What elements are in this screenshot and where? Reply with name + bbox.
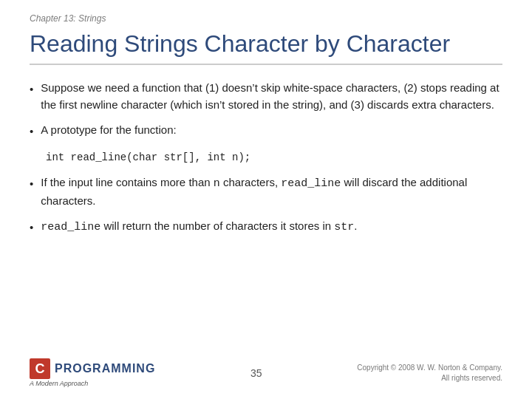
- bullet-item-4: • read_line will return the number of ch…: [30, 218, 502, 236]
- logo-area: C PROGRAMMING A Modern Approach: [30, 358, 155, 387]
- inline-code-read-line-1: read_line: [281, 177, 341, 190]
- bullet-text-4: read_line will return the number of char…: [41, 218, 502, 236]
- footer: C PROGRAMMING A Modern Approach 35 Copyr…: [0, 358, 532, 387]
- logo-text-main: PROGRAMMING: [55, 362, 155, 375]
- copyright-text: Copyright © 2008 W. W. Norton & Company.…: [357, 363, 502, 383]
- content-area: • Suppose we need a function that (1) do…: [30, 80, 502, 236]
- bullet-symbol-1: •: [30, 81, 33, 98]
- bullet-symbol-3: •: [30, 176, 33, 193]
- inline-code-n: n: [214, 177, 220, 190]
- logo-main: C PROGRAMMING: [30, 358, 155, 379]
- bullet-item-3: • If the input line contains more than n…: [30, 174, 502, 209]
- bullet-text-1: Suppose we need a function that (1) does…: [41, 80, 502, 113]
- bullet-item-1: • Suppose we need a function that (1) do…: [30, 80, 502, 113]
- page-number: 35: [250, 367, 262, 379]
- code-block: int read_line(char str[], int n);: [46, 149, 502, 166]
- logo-c-badge: C: [30, 358, 50, 379]
- slide-title: Reading Strings Character by Character: [30, 30, 502, 65]
- chapter-label: Chapter 13: Strings: [30, 13, 502, 24]
- logo-text-sub: A Modern Approach: [30, 380, 88, 387]
- bullet-item-2: • A prototype for the function:: [30, 122, 502, 140]
- inline-code-str: str: [334, 221, 354, 233]
- bullet-text-3: If the input line contains more than n c…: [41, 174, 502, 209]
- bullet-symbol-4: •: [30, 219, 33, 236]
- slide: Chapter 13: Strings Reading Strings Char…: [0, 0, 532, 399]
- bullet-text-2: A prototype for the function:: [41, 122, 502, 139]
- bullet-symbol-2: •: [30, 123, 33, 140]
- inline-code-read-line-2: read_line: [41, 221, 100, 233]
